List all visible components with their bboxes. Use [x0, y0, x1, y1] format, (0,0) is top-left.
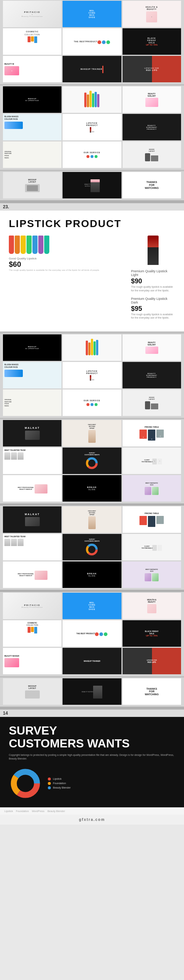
slide-break-2[interactable]: BREAK SLIDE — [62, 562, 121, 588]
legend-label-beauty-blender: Beauty Blender — [53, 786, 70, 789]
slide-beauty-dominant-2[interactable]: BEAUTY DOMINANT PRODUCT — [123, 362, 181, 388]
slide-health[interactable]: HEALTH & BEAUTY ● — [123, 1, 181, 27]
section-group-8: MOCKUP LAYOUT BEAUTY NOTES THANKSFORWATC… — [0, 678, 184, 706]
gfx-logo: gfxtra.com — [0, 815, 184, 824]
section-group-7: PRITACIO Beauty Presentation WEL COME MA… — [0, 592, 184, 676]
slide-face-mist-2[interactable]: FACE MISTSETTINGSPRAY — [62, 506, 121, 533]
slide-beauty-m[interactable]: BEAUTY M ✿ — [3, 56, 61, 82]
slide-beauty-maker-3[interactable]: BEAUTY MAKER — [3, 648, 61, 674]
thumb-row-12: MEET TALENTED TEAM SURVEYCUSTOMERS WANTS — [2, 447, 182, 474]
slide-makeup-trainer[interactable]: MAKEUP TRAINER — [62, 56, 121, 82]
slide-black-friday[interactable]: BLACK FRIDAY SALE UP TO 70% — [123, 28, 181, 55]
slide-pricing-2[interactable]: PRICING TABLE — [123, 506, 181, 533]
lipstick-left: Good Quality Lipstick $60 The rough qual… — [9, 235, 122, 276]
legend-foundation: Foundation — [48, 782, 70, 785]
slide-survey-sm[interactable]: SURVEYCUSTOMERS WANTS — [62, 447, 121, 474]
donut-chart — [9, 767, 42, 800]
legend-beauty-blender: Beauty Blender — [48, 786, 70, 789]
slide-best-product-3[interactable]: THE BEST PRODUCT — [62, 620, 121, 647]
slide-welcome-3[interactable]: WEL COME MAS SAGE — [62, 593, 121, 619]
thumb-row-4: MAKEUP& LIFESTYLE BEAUTY — [2, 86, 182, 113]
cheap-desc: The rough quality lipstick is available … — [9, 269, 122, 272]
cheap-price-item: Good Quality Lipstick $60 The rough qual… — [9, 257, 122, 272]
crayon-blue — [32, 235, 38, 254]
slide-beauty-nailart[interactable]: BEAUTY NAILART — [123, 86, 181, 113]
slide-pritacio-3[interactable]: PRITACIO Beauty Presentation — [3, 593, 61, 619]
product2-label: Premium Quality Lipstick Dark — [131, 297, 175, 304]
slide-bluish[interactable]: BLUISH MAKESCOLOUR FACE — [3, 114, 61, 140]
slide-lipstick-red[interactable]: LIPSTICK FOR RED LIPS — [123, 56, 181, 82]
legend-dot-lipstick — [48, 778, 51, 781]
slide-testimonials[interactable]: CLIENTTESTIMONIALS " " — [123, 447, 181, 474]
section-group-2: MAKEUP& LIFESTYLE BEAUTY — [0, 86, 184, 170]
slide-beauty-notes[interactable]: BEAUTYNOTES — [62, 172, 121, 199]
slide-pritacio[interactable]: PRITACIO ♦ Beauty Presentation — [3, 1, 61, 27]
slide-cosmetic[interactable]: COSMETIC COLLECTION — [3, 28, 61, 55]
slide-black-friday-3[interactable]: BLACK FRIDAY SALE UP TO 70% — [123, 620, 181, 647]
product2-price: $95 — [131, 305, 175, 313]
slide-bluish-2[interactable]: BLUISH MAKESCOLOUR FACE — [3, 362, 61, 388]
crayon-teal — [44, 235, 49, 254]
slide-beauty-notes-2[interactable]: BEAUTY NOTES — [62, 678, 121, 705]
thumb-row-11: MALKAT FACE MISTSETTINGSPRAY PRICING TAB… — [2, 420, 182, 447]
product1-price: $90 — [131, 277, 175, 285]
slide-makeup-trainer-3[interactable]: MAKEUP TRAINER — [62, 648, 121, 674]
slide-best-product[interactable]: THE BEST PRODUCT — [62, 28, 121, 55]
slide-mockup[interactable]: MOCKUP LAYOUT — [3, 172, 61, 199]
footer-link-wordpress: WordPress — [32, 810, 45, 813]
section-group-3: MOCKUP LAYOUT BEAUTYNOTES THANKSFORW — [0, 171, 184, 200]
legend-dot-beauty-blender — [48, 786, 51, 789]
product2-desc: The rough quality lipstick is available … — [131, 313, 175, 320]
slide-fantastic-duo[interactable]: MEET FANTASTICDUO — [123, 475, 181, 501]
slide-pro-beauty-2[interactable]: MEET PROFESSIONALBEAUTY MAKEUP — [3, 562, 61, 588]
slide-makeup-lifestyle[interactable]: MAKEUP& LIFESTYLE — [3, 86, 61, 113]
slide-makeup-lifestyle-2[interactable]: MAKEUP& LIFESTYLE — [3, 334, 61, 361]
thumb-row-7: MOCKUP LAYOUT BEAUTYNOTES THANKSFORW — [2, 172, 182, 199]
slide-our-service-2[interactable]: OUR SERVICE — [62, 390, 121, 416]
slide-mockup-2[interactable]: MOCKUP LAYOUT — [3, 678, 61, 705]
crayon-green — [27, 235, 32, 254]
product1-item: Premium Quality Lipstick Light $90 The r… — [131, 269, 175, 293]
slide-beauty-dominant[interactable]: BEAUTY DOMINANT PRODUCT — [123, 114, 181, 140]
thumb-row-2: COSMETIC COLLECTION THE BEST PRODUCT — [2, 28, 182, 55]
thumb-row-19: BEAUTY MAKER MAKEUP TRAINER LIPSTICK FOR… — [2, 648, 182, 674]
slide-original-parfume[interactable]: ORIGINALPARFUMEFROMPARIS — [3, 142, 61, 168]
slide-device-layout[interactable]: DEVICELAYOUT — [123, 142, 181, 168]
slide-device-layout-2[interactable]: DEVICELAYOUT — [123, 390, 181, 416]
thumb-row-13: MEET PROFESSIONALBEAUTY MAKEUP BREAK SLI… — [2, 475, 182, 501]
slide-fantastic-2[interactable]: MEET FANTASTICDUO — [123, 562, 181, 588]
slide-cosmetic-3[interactable]: COSMETIC COLLECTION — [3, 620, 61, 647]
slide-lipstick-product-2[interactable]: LIPSTICK PRODUCT $60 — [62, 362, 121, 388]
slide-lipstick-red-3[interactable]: LIPSTICK FOR RED LIPS — [123, 648, 181, 674]
section-group-6: MALKAT FACE MISTSETTINGSPRAY PRICING TAB… — [0, 506, 184, 590]
slide-pro-beauty[interactable]: MEET PROFESSIONALBEAUTY MAKEUP — [3, 475, 61, 501]
slide-survey-sm-2[interactable]: SURVEYCUSTOMERS WANTS — [62, 534, 121, 560]
slide-welcome[interactable]: WEL COME MAS SAGE — [62, 1, 121, 27]
thumb-row-1: PRITACIO ♦ Beauty Presentation WEL COME … — [2, 1, 182, 27]
slide-colorful-2[interactable] — [62, 334, 121, 361]
slide-malkat-2[interactable]: MALKAT — [3, 506, 61, 533]
watermark-bar: Lipstick Foundation WordPress Beauty Ble… — [0, 807, 184, 815]
slide-colorful-pencils[interactable] — [62, 86, 121, 113]
slide-beauty-nailart-2[interactable]: BEAUTY NAILART — [123, 334, 181, 361]
svg-point-3 — [89, 460, 95, 466]
slide-thanks-2[interactable]: THANKSFORWATCHING — [123, 678, 181, 705]
slide-original-parfume-2[interactable]: ORIGINALPARFUMEFROMPARIS — [3, 390, 61, 416]
slide-health-3[interactable]: HEALTH & BEAUTY — [123, 593, 181, 619]
slide-malkat[interactable]: MALKAT — [3, 420, 61, 447]
slide-meet-team[interactable]: MEET TALENTED TEAM — [3, 447, 61, 474]
svg-point-7 — [89, 547, 95, 553]
slide-break[interactable]: BREAK SLIDE — [62, 475, 121, 501]
thumb-row-6: ORIGINALPARFUMEFROMPARIS OUR SERVICE DEV… — [2, 142, 182, 168]
slide-face-mist[interactable]: FACE MISTSETTINGSPRAY — [62, 420, 121, 447]
slide-our-service[interactable]: OUR SERVICE — [62, 142, 121, 168]
legend-label-foundation: Foundation — [53, 782, 66, 784]
thumb-row-20: MOCKUP LAYOUT BEAUTY NOTES THANKSFORWATC… — [2, 678, 182, 705]
slide-lipstick-product-sm[interactable]: LIPSTICK PRODUCT $60 — [62, 114, 121, 140]
site-logo-text: gfxtra.com — [79, 818, 105, 822]
thumb-row-17: PRITACIO Beauty Presentation WEL COME MA… — [2, 593, 182, 619]
slide-meet-team-2[interactable]: MEET TALENTED TEAM — [3, 534, 61, 560]
slide-testimonials-2[interactable]: CLIENTTESTIMONIALS — [123, 534, 181, 560]
slide-pricing[interactable]: PRICING TABLE ★ ★ ★ — [123, 420, 181, 447]
slide-thanks[interactable]: THANKSFORWATCHING — [123, 172, 181, 199]
